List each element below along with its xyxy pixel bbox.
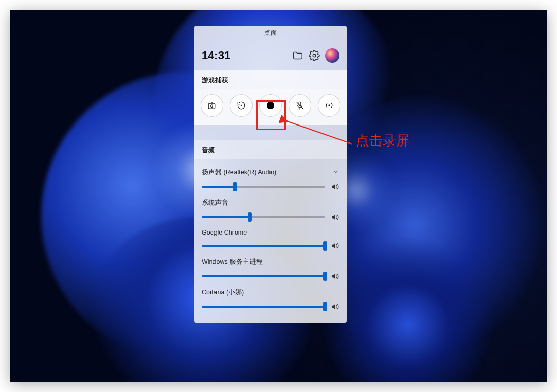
- speaker-icon[interactable]: [330, 182, 339, 191]
- mic-off-icon: [295, 101, 304, 110]
- gamebar-panel: 桌面 14:31 游戏捕获: [194, 26, 347, 323]
- capture-section: 游戏捕获: [194, 70, 347, 125]
- svg-marker-9: [332, 243, 335, 249]
- svg-marker-8: [332, 215, 335, 220]
- speaker-icon[interactable]: [330, 302, 339, 311]
- record-button[interactable]: [259, 94, 282, 117]
- audio-item: Cortana (小娜): [202, 281, 339, 311]
- open-folder-button[interactable]: [292, 50, 303, 61]
- audio-label: 系统声音: [202, 199, 228, 207]
- annotation-text: 点击录屏: [356, 132, 409, 150]
- camera-icon: [207, 101, 217, 110]
- svg-rect-1: [209, 103, 216, 109]
- user-avatar[interactable]: [325, 48, 339, 63]
- svg-marker-10: [332, 274, 335, 279]
- svg-point-0: [313, 54, 316, 57]
- audio-label: Cortana (小娜): [202, 288, 244, 297]
- svg-point-2: [211, 105, 213, 108]
- volume-slider[interactable]: [202, 183, 325, 191]
- gear-icon: [309, 50, 320, 61]
- volume-slider[interactable]: [202, 242, 325, 250]
- broadcast-button[interactable]: [318, 94, 340, 117]
- audio-label: Google Chrome: [202, 229, 247, 236]
- audio-title: 音频: [194, 140, 347, 159]
- settings-button[interactable]: [309, 50, 320, 61]
- capture-title: 游戏捕获: [194, 70, 347, 89]
- record-icon: [267, 102, 274, 109]
- chevron-down-icon[interactable]: [332, 168, 339, 177]
- folder-icon: [292, 50, 303, 61]
- audio-item: Google Chrome: [202, 222, 339, 251]
- capture-row: [194, 89, 347, 125]
- panel-header: 14:31: [194, 41, 347, 70]
- audio-label: 扬声器 (Realtek(R) Audio): [202, 168, 276, 177]
- svg-point-3: [241, 105, 242, 106]
- speaker-icon[interactable]: [330, 272, 339, 281]
- mic-toggle-button[interactable]: [289, 94, 311, 117]
- audio-item: Windows 服务主进程: [202, 251, 339, 281]
- speaker-icon[interactable]: [330, 241, 339, 251]
- clock-time: 14:31: [202, 49, 287, 62]
- volume-slider[interactable]: [202, 302, 325, 311]
- screenshot-button[interactable]: [201, 94, 223, 117]
- rewind-icon: [237, 101, 246, 110]
- svg-point-6: [328, 104, 330, 106]
- audio-item: 系统声音: [202, 191, 339, 222]
- volume-slider[interactable]: [202, 272, 325, 280]
- audio-list: 扬声器 (Realtek(R) Audio)系统声音Google ChromeW…: [194, 159, 347, 323]
- panel-titlebar[interactable]: 桌面: [194, 26, 347, 41]
- volume-slider[interactable]: [202, 213, 325, 221]
- record-last-button[interactable]: [230, 94, 253, 117]
- svg-marker-7: [332, 184, 335, 190]
- screenshot-frame: 桌面 14:31 游戏捕获: [0, 0, 557, 392]
- audio-label: Windows 服务主进程: [202, 258, 263, 266]
- panel-title: 桌面: [264, 29, 277, 38]
- speaker-icon[interactable]: [330, 212, 339, 222]
- broadcast-icon: [325, 101, 334, 110]
- audio-item: 扬声器 (Realtek(R) Audio): [202, 161, 339, 191]
- svg-marker-11: [332, 304, 335, 310]
